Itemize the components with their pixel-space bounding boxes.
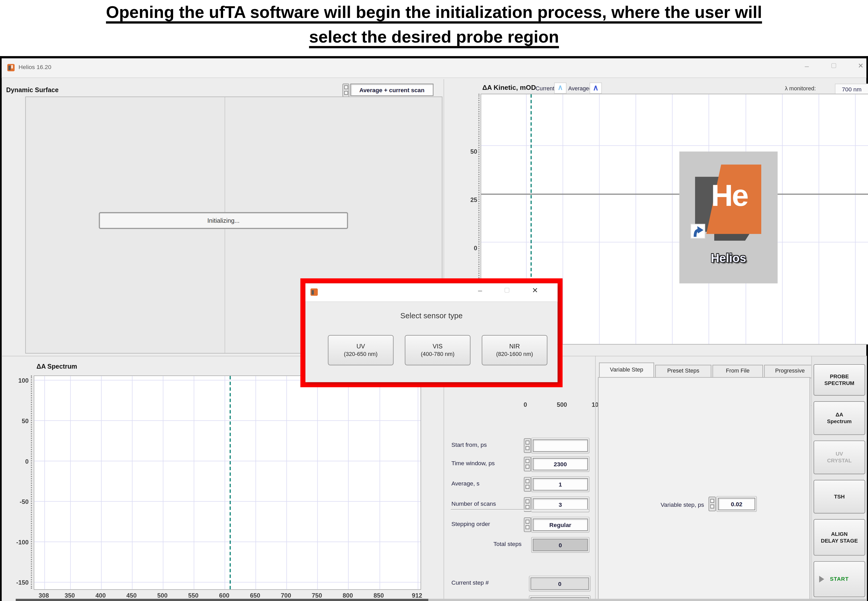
variable-step-field-frame: 0.02 xyxy=(716,496,757,512)
value-spinner[interactable] xyxy=(524,477,531,491)
field-input[interactable]: 2300 xyxy=(533,458,588,470)
gridline-vertical xyxy=(255,376,256,589)
action-button-align-delay-stage[interactable]: ALIGNDELAY STAGE xyxy=(813,519,865,556)
field-frame: 0 xyxy=(531,537,590,553)
spin-down-icon[interactable] xyxy=(526,485,529,489)
dialog-maximize-button[interactable]: ▢ xyxy=(501,286,513,299)
helios-desktop-icon[interactable]: He Helios xyxy=(679,152,778,284)
spectrum-y-tick-label: 100 xyxy=(6,377,29,384)
legend-current-swatch-icon: ∧ xyxy=(554,82,567,94)
play-icon xyxy=(819,576,824,583)
field-input[interactable]: Regular xyxy=(533,519,588,531)
minimize-button[interactable]: – xyxy=(800,62,813,74)
spin-down-icon[interactable] xyxy=(526,505,529,509)
spectrum-y-tick-label: -150 xyxy=(6,579,29,586)
action-button-probe-spectrum[interactable]: PROBESPECTRUM xyxy=(813,364,865,396)
spin-down-icon[interactable] xyxy=(526,465,529,468)
field-frame: Regular xyxy=(531,517,590,533)
value-spinner[interactable] xyxy=(524,438,531,453)
value-spinner[interactable] xyxy=(524,517,531,532)
gridline-vertical xyxy=(348,376,349,589)
gridline-horizontal xyxy=(34,461,420,461)
variable-step-label: Variable step, ps xyxy=(638,501,704,508)
spectrum-y-axis-ticks xyxy=(31,375,33,589)
initializing-status-bar: Initializing... xyxy=(99,212,348,229)
kinetic-y-tick-label: 50 xyxy=(455,148,477,155)
annotation-highlight-box: – ▢ ✕ Select sensor type UV(320-650 nm)V… xyxy=(301,278,563,387)
gridline-vertical xyxy=(672,94,673,344)
status-label: Current step # xyxy=(451,579,521,586)
gridline-vertical xyxy=(194,376,194,589)
spin-up-icon[interactable] xyxy=(526,459,529,463)
dialog-close-button[interactable]: ✕ xyxy=(529,286,541,299)
gridline-vertical xyxy=(163,376,164,589)
action-button-tsh[interactable]: TSH xyxy=(813,480,865,514)
zero-line xyxy=(481,194,868,195)
field-frame: 2300 xyxy=(531,456,590,472)
tab-progressive[interactable]: Progressive xyxy=(764,365,816,378)
field-label: Number of scans xyxy=(451,500,521,507)
gridline-horizontal xyxy=(34,420,420,421)
view-selector-dropdown[interactable]: Average + current scan xyxy=(350,84,434,96)
action-button--a-spectrum[interactable]: ΔASpectrum xyxy=(813,401,865,435)
spin-up-icon[interactable] xyxy=(526,479,529,483)
helios-logo: He xyxy=(695,164,761,243)
spectrum-x-tick-label: 800 xyxy=(336,592,360,599)
field-input[interactable] xyxy=(533,439,588,452)
dialog-app-icon xyxy=(310,288,318,296)
tab-variable-step[interactable]: Variable Step xyxy=(599,362,654,378)
tab-preset-steps[interactable]: Preset Steps xyxy=(655,365,711,378)
window-title-bar: Helios 16.20 – ▢ ✕ xyxy=(2,58,866,78)
action-button-start[interactable]: START xyxy=(813,561,865,597)
spectrum-x-tick-label: 912 xyxy=(405,592,429,599)
variable-step-input[interactable]: 0.02 xyxy=(718,498,755,510)
spin-up-icon[interactable] xyxy=(526,499,529,503)
dynamic-surface-title: Dynamic Surface xyxy=(6,87,59,93)
dialog-minimize-button[interactable]: – xyxy=(474,286,486,299)
spectrum-x-tick-label: 750 xyxy=(305,592,329,599)
acquisition-panel: Start from, psTime window, ps2300Average… xyxy=(444,356,596,601)
gridline-vertical xyxy=(132,376,133,589)
field-display: 0 xyxy=(533,539,588,551)
spectrum-x-tick-label: 650 xyxy=(243,592,267,599)
variable-step-spinner[interactable] xyxy=(709,497,716,511)
sensor-dialog: – ▢ ✕ Select sensor type UV(320-650 nm)V… xyxy=(306,284,558,382)
spin-up-icon[interactable] xyxy=(526,520,529,524)
sensor-button-uv[interactable]: UV(320-650 nm) xyxy=(328,335,393,366)
gridline-vertical xyxy=(782,94,782,344)
close-button[interactable]: ✕ xyxy=(854,62,868,74)
action-button-uv-crystal[interactable]: UVCRYSTAL xyxy=(813,441,865,474)
sensor-button-vis[interactable]: VIS(400-780 nm) xyxy=(405,335,471,366)
spectrum-y-tick-label: -100 xyxy=(6,539,29,545)
gridline-vertical xyxy=(101,376,102,589)
view-selector-spinner[interactable] xyxy=(342,84,349,97)
sensor-button-nir[interactable]: NIR(820-1600 nm) xyxy=(482,335,547,366)
field-label: Total steps xyxy=(451,540,521,547)
tab-from-file[interactable]: From File xyxy=(712,365,763,378)
dialog-title-bar: – ▢ ✕ xyxy=(306,284,558,302)
status-value: 0 xyxy=(530,577,589,590)
gridline-horizontal xyxy=(481,242,868,243)
helios-icon-label: Helios xyxy=(679,251,778,265)
spectrum-x-tick-label: 850 xyxy=(367,592,391,599)
value-spinner[interactable] xyxy=(524,457,531,471)
gridline-vertical xyxy=(286,376,287,589)
gridline-vertical xyxy=(636,94,636,344)
spin-down-icon[interactable] xyxy=(526,446,529,450)
field-label: Start from, ps xyxy=(451,441,521,448)
action-button-column: PROBESPECTRUMΔASpectrumUVCRYSTALTSHALIGN… xyxy=(811,356,867,601)
spin-down-icon[interactable] xyxy=(526,525,529,529)
spin-up-icon[interactable] xyxy=(526,441,529,444)
divider xyxy=(451,509,589,511)
spectrum-cursor-line xyxy=(229,376,231,589)
maximize-button[interactable]: ▢ xyxy=(827,62,840,74)
spectrum-plot xyxy=(34,375,421,590)
screenshot-root: Opening the ufTA software will begin the… xyxy=(0,0,868,601)
field-input[interactable]: 1 xyxy=(533,478,588,491)
gridline-vertical xyxy=(599,94,600,344)
gridline-vertical xyxy=(418,376,418,589)
legend-averaged-label: Averaged xyxy=(568,85,592,92)
field-frame xyxy=(531,438,590,453)
gridline-horizontal xyxy=(34,542,420,542)
field-label: Time window, ps xyxy=(451,459,521,466)
